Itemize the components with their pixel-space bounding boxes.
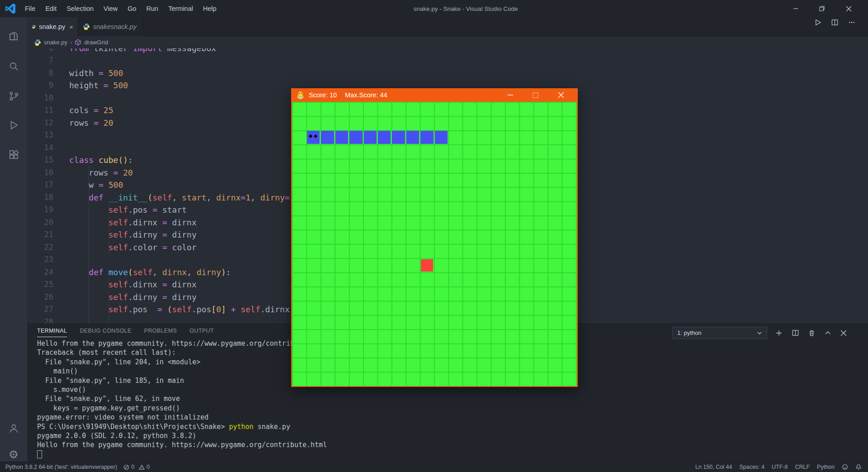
editor-actions (815, 19, 855, 26)
search-icon[interactable] (0, 53, 27, 79)
encoding-status[interactable]: UTF-8 (772, 464, 788, 470)
split-editor-icon[interactable] (831, 19, 838, 26)
menu-go[interactable]: Go (123, 0, 141, 17)
menu-run[interactable]: Run (142, 0, 164, 17)
terminal-line: pygame.error: video system not initializ… (37, 413, 327, 422)
cursor-position-status[interactable]: Ln 150, Col 44 (695, 464, 732, 470)
window-close-button[interactable] (837, 0, 860, 17)
vscode-window: FileEditSelectionViewGoRunTerminalHelp s… (0, 0, 868, 472)
terminal-shell-select[interactable]: 1: python (672, 327, 767, 339)
tab-label: snake.py (39, 23, 65, 30)
terminal-line: s.move() (37, 385, 327, 394)
line-number: 8 (27, 67, 53, 80)
run-and-debug-icon[interactable] (0, 112, 27, 138)
tab-close-icon[interactable]: × (69, 23, 73, 31)
game-max-score: Max.Score: 44 (345, 91, 387, 99)
language-mode-status[interactable]: Python (817, 464, 835, 470)
menu-edit[interactable]: Edit (40, 0, 61, 17)
problems-status[interactable]: 0 0 (123, 464, 150, 470)
snake-eye (314, 134, 317, 138)
line-number: 7 (27, 54, 53, 67)
maximize-panel-icon[interactable] (825, 330, 831, 336)
pygame-window[interactable]: Score: 10 Max.Score: 44 (291, 88, 578, 387)
line-number: 21 (27, 229, 53, 241)
errors-icon (123, 464, 129, 470)
activity-bar: ⚙ (0, 17, 27, 462)
panel-tab-problems[interactable]: PROBLEMS (144, 328, 177, 337)
indent-guide (108, 204, 109, 253)
line-number: 27 (27, 303, 53, 316)
line-number: 24 (27, 266, 53, 279)
game-maximize-button[interactable] (528, 88, 543, 102)
snake-segment (335, 131, 349, 144)
menu-selection[interactable]: Selection (61, 0, 99, 17)
split-terminal-icon[interactable] (792, 329, 799, 336)
food-square (421, 259, 433, 272)
close-panel-icon[interactable] (840, 330, 847, 336)
terminal-cursor (37, 450, 42, 458)
panel-tab-terminal[interactable]: TERMINAL (37, 328, 67, 337)
tab-snakesnack.py[interactable]: snakesnack.py (78, 17, 144, 36)
kill-terminal-icon[interactable] (808, 329, 815, 337)
terminal-line: keys = pygame.key.get_pressed() (37, 404, 327, 413)
breadcrumb: snake.py › drawGrid (27, 36, 868, 48)
menu-help[interactable]: Help (198, 0, 222, 17)
code-line-8: 8width = 500 (27, 67, 868, 80)
breadcrumb-file[interactable]: snake.py (44, 39, 67, 46)
breadcrumb-symbol[interactable]: drawGrid (84, 39, 108, 46)
menu-bar: FileEditSelectionViewGoRunTerminalHelp (20, 0, 222, 17)
panel-tab-debug-console[interactable]: DEBUG CONSOLE (80, 328, 131, 337)
python-interpreter-status[interactable]: Python 3.8.2 64-bit ('test': virtualenvw… (5, 464, 117, 470)
terminal-line: Hello from the pygame community. https:/… (37, 440, 327, 449)
line-number: 13 (27, 129, 53, 142)
extensions-icon[interactable] (0, 142, 27, 167)
notifications-bell-icon[interactable] (855, 464, 862, 470)
snake-segment (364, 131, 377, 144)
menu-view[interactable]: View (99, 0, 123, 17)
game-field (292, 102, 577, 386)
terminal-output[interactable]: Hello from the pygame community. https:/… (37, 339, 327, 459)
eol-status[interactable]: CRLF (795, 464, 810, 470)
snake-segment (349, 131, 363, 144)
snake-segment (392, 131, 405, 144)
pygame-titlebar[interactable]: Score: 10 Max.Score: 44 (291, 88, 578, 102)
code-line-6: 6from tkinter import messagebox (27, 48, 868, 54)
window-restore-button[interactable] (810, 0, 834, 17)
menu-terminal[interactable]: Terminal (163, 0, 198, 17)
snake-segment (420, 131, 434, 144)
line-number: 26 (27, 291, 53, 304)
chevron-down-icon (757, 330, 762, 336)
explorer-icon[interactable] (0, 24, 27, 49)
vscode-logo-icon (5, 3, 16, 14)
menu-file[interactable]: File (20, 0, 40, 17)
python-file-icon (34, 39, 41, 46)
line-number: 9 (27, 79, 53, 92)
line-number: 18 (27, 191, 53, 204)
terminal-line: Hello from the pygame community. https:/… (37, 339, 327, 348)
title-bar: FileEditSelectionViewGoRunTerminalHelp s… (0, 0, 868, 17)
feedback-icon[interactable] (842, 464, 848, 470)
line-number: 15 (27, 154, 53, 167)
source-control-icon[interactable] (0, 83, 27, 109)
terminal-line: Traceback (most recent call last): (37, 348, 327, 357)
tab-label: snakesnack.py (93, 23, 137, 30)
line-number: 20 (27, 216, 53, 229)
account-icon[interactable] (0, 415, 27, 441)
line-number: 14 (27, 142, 53, 154)
game-minimize-button[interactable] (503, 88, 518, 102)
snake-segment (378, 131, 391, 144)
snake-head (307, 131, 320, 144)
line-number: 6 (27, 48, 53, 54)
terminal-line: pygame 2.0.0 (SDL 2.0.12, python 3.8.2) (37, 431, 327, 440)
panel-tab-output[interactable]: OUTPUT (189, 328, 214, 337)
more-actions-icon[interactable] (848, 19, 855, 26)
terminal-line: File "snake.py", line 62, in move (37, 394, 327, 403)
terminal-line: main() (37, 367, 327, 376)
indentation-status[interactable]: Spaces: 4 (739, 464, 764, 470)
game-close-button[interactable] (553, 88, 569, 102)
new-terminal-icon[interactable] (775, 329, 783, 337)
tab-snake.py[interactable]: snake.py× (27, 17, 78, 36)
window-minimize-button[interactable] (784, 0, 807, 17)
run-python-file-icon[interactable] (815, 19, 821, 26)
terminal-line: File "snake.py", line 185, in main (37, 376, 327, 385)
